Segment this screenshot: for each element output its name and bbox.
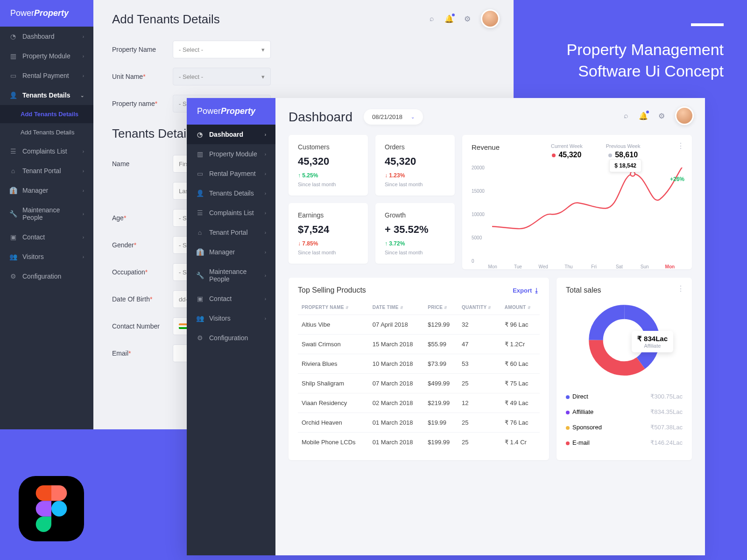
sales-row: Sponsored₹507.38Lac [566,420,683,435]
list-icon: ☰ [9,147,17,155]
label-gender: Gender* [112,241,173,249]
brand-logo[interactable]: PowerProperty [187,98,275,125]
search-icon[interactable]: ⌕ [624,112,628,120]
building-icon: ▥ [9,52,17,60]
nav-visitors[interactable]: 👥Visitors› [0,247,93,266]
more-icon[interactable]: ⋮ [677,141,684,150]
label-property-name2: Property name* [112,100,173,107]
gear-icon[interactable]: ⚙ [464,14,471,23]
page-title: Dashboard [289,110,352,125]
sidebar: PowerProperty ◔Dashboard› ▥Property Modu… [0,0,93,429]
stat-orders: Orders 45,320 ↓ 1.23% Since last month [375,135,455,196]
brand-logo[interactable]: PowerProperty [0,0,93,27]
gauge-icon: ◔ [196,131,204,138]
label-contact: Contact Number [112,322,173,330]
table-row[interactable]: Shilp Shaligram07 March 2018$499.9925₹ 7… [298,374,540,393]
more-icon[interactable]: ⋮ [677,284,684,293]
subnav-add-tenants-2[interactable]: Add Tenants Details [0,123,93,141]
nav-contact[interactable]: ▣Contact› [187,289,275,308]
topbar: ⌕ 🔔 ⚙ [624,106,694,125]
wrench-icon: 🔧 [9,210,17,217]
nav-maintenance[interactable]: 🔧Maintenance People› [187,262,275,289]
sales-row: Direct₹300.75Lac [566,389,683,404]
date-picker[interactable]: 08/21/2018⌄ [364,109,423,125]
dashboard-panel: PowerProperty ◔Dashboard› ▥Property Modu… [187,98,705,555]
nav-dashboard[interactable]: ◔Dashboard› [0,27,93,46]
nav-manager[interactable]: 👔Manager› [187,242,275,262]
search-icon[interactable]: ⌕ [430,14,434,23]
donut-label: ₹ 834LacAffiliate [632,331,673,352]
revenue-card: ⋮ Revenue Current Week45,320 Previous We… [462,135,692,269]
stat-earnings: Earnings $7,524 ↓ 7.85% Since last month [289,203,368,264]
nav-tenants[interactable]: 👤Tenants Details⌄ [0,85,93,105]
label-name: Name [112,160,173,168]
table-header[interactable]: AMOUNT ⇵ [501,300,540,315]
table-row[interactable]: Swati Crimson15 March 2018$55.9947₹ 1.2C… [298,335,540,354]
sidebar: PowerProperty ◔Dashboard› ▥Property Modu… [187,98,275,555]
table-row[interactable]: Orchid Heaven01 March 2018$19.9925₹ 76 L… [298,413,540,433]
revenue-chart: 0 5000 10000 15000 20000 $ 18,542 +26% M… [472,168,683,261]
nav-portal[interactable]: ⌂Tenant Portal› [0,161,93,181]
avatar[interactable] [675,106,694,125]
nav-manager[interactable]: 👔Manager› [0,181,93,200]
label-dob: Date Of Birth* [112,295,173,303]
svg-point-4 [51,501,67,516]
nav-tenants[interactable]: 👤Tenants Details› [187,183,275,203]
bell-icon[interactable]: 🔔 [639,112,648,120]
nav-config[interactable]: ⚙Configuration [187,328,275,348]
nav-config[interactable]: ⚙Configuration [0,266,93,286]
sales-row: Affilliate₹834.35Lac [566,404,683,420]
nav-property[interactable]: ▥Property Module› [187,144,275,164]
table-header[interactable]: PRICE ⇵ [424,300,458,315]
svg-point-0 [630,172,635,176]
avatar[interactable] [481,9,500,28]
label-age: Age* [112,214,173,222]
stat-customers: Customers 45,320 ↑ 5.25% Since last mont… [289,135,368,196]
table-row[interactable]: Viaan Residency02 March 2018$219.9912₹ 4… [298,393,540,413]
sales-title: Total sales [566,286,683,294]
chevron-down-icon: ▾ [261,46,265,53]
nav-property[interactable]: ▥Property Module› [0,46,93,66]
table-row[interactable]: Altius Vibe07 April 2018$129.9932₹ 96 La… [298,315,540,335]
select-unit-name[interactable]: - Select -▾ [173,68,271,85]
nav-portal[interactable]: ⌂Tenant Portal› [187,223,275,242]
gear-icon[interactable]: ⚙ [658,112,665,120]
nav-dashboard[interactable]: ◔Dashboard› [187,125,275,144]
table-row[interactable]: Mobile Phone LCDs01 March 2018$199.9925₹… [298,433,540,452]
nav-visitors[interactable]: 👥Visitors› [187,308,275,328]
nav-complaints[interactable]: ☰Complaints List› [0,141,93,161]
select-property-name[interactable]: - Select -▾ [173,41,271,58]
nav-rental[interactable]: ▭Rental Payment› [187,164,275,183]
topbar: ⌕ 🔔 ⚙ [430,9,500,28]
stat-growth: Growth + 35.52% ↑ 3.72% Since last month [375,203,455,264]
gauge-icon: ◔ [9,33,17,40]
nav-contact[interactable]: ▣Contact› [0,227,93,247]
table-header[interactable]: DATE TIME ⇵ [369,300,424,315]
globe-icon: ⚙ [9,273,17,280]
table-row[interactable]: Riviera Blues10 March 2018$73.9953₹ 60 L… [298,354,540,374]
export-button[interactable]: Export ⭳ [513,287,540,294]
sales-card: ⋮ Total sales ₹ 834LacAffiliate Direct₹3… [557,278,692,460]
india-flag-icon [179,323,187,329]
card-icon: ▭ [9,72,17,79]
products-card: Top Selling Products Export ⭳ PROPERTY N… [289,278,549,460]
nav-complaints[interactable]: ☰Complaints List› [187,203,275,223]
home-icon: ⌂ [9,167,17,175]
table-header[interactable]: QUANTITY ⇵ [458,300,501,315]
user-icon: 👤 [9,91,17,99]
chart-pct-label: +26% [670,176,684,182]
bell-icon[interactable]: 🔔 [444,14,454,23]
table-header[interactable]: PROPERTY NAME ⇵ [298,300,369,315]
nav-rental[interactable]: ▭Rental Payment› [0,66,93,85]
subnav-add-tenants-1[interactable]: Add Tenants Details [0,105,93,123]
label-occupation: Occupation* [112,268,173,276]
chevron-down-icon: ⌄ [80,93,84,98]
promo-title: Property ManagementSoftware Ui Concept [567,23,724,82]
people-icon: 👥 [9,253,17,260]
sales-row: E-mail₹146.24Lac [566,435,683,450]
products-title: Top Selling Products [298,286,366,294]
label-unit-name: Unit Name* [112,73,173,80]
manager-icon: 👔 [9,187,17,194]
nav-maintenance[interactable]: 🔧Maintenance People› [0,200,93,227]
contact-icon: ▣ [9,233,17,241]
